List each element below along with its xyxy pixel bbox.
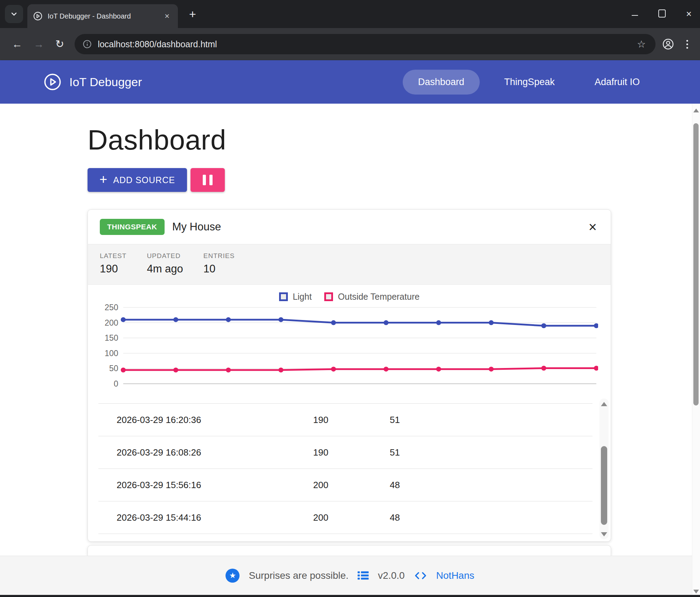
table-scrollbar-thumb[interactable] — [601, 446, 607, 525]
browser-tab-strip: IoT Debugger - Dashboard × + × — [0, 0, 700, 28]
plus-icon: + — [99, 172, 108, 187]
scroll-up-icon[interactable] — [601, 402, 607, 406]
table-row-partial — [98, 396, 592, 404]
table-scrollbar[interactable] — [599, 398, 609, 539]
cell-timestamp: 2026-03-29 15:56:16 — [98, 480, 286, 491]
svg-text:250: 250 — [105, 304, 118, 312]
legend-item-light[interactable]: Light — [279, 292, 312, 302]
source-title: My House — [172, 221, 221, 233]
nav-links: Dashboard ThingSpeak Adafruit IO — [403, 70, 655, 95]
tab-search-button[interactable] — [5, 5, 23, 23]
forward-button[interactable]: → — [28, 39, 50, 49]
svg-text:100: 100 — [105, 349, 118, 358]
stats-row: LATEST 190 UPDATED 4m ago ENTRIES 10 — [88, 244, 611, 285]
stat-label: UPDATED — [147, 252, 183, 260]
site-info-icon[interactable] — [82, 39, 92, 49]
svg-text:150: 150 — [105, 333, 118, 342]
author-link[interactable]: NotHans — [436, 570, 474, 581]
code-icon[interactable] — [414, 571, 427, 581]
action-buttons: + ADD SOURCE — [88, 168, 700, 192]
footer-version: v2.0.0 — [378, 570, 404, 581]
bookmark-star-icon[interactable]: ☆ — [635, 39, 648, 50]
stat-value: 4m ago — [147, 263, 183, 275]
cell-temperature: 48 — [355, 512, 435, 523]
cell-temperature: 51 — [355, 447, 435, 458]
app-navbar: IoT Debugger Dashboard ThingSpeak Adafru… — [0, 60, 700, 104]
svg-text:200: 200 — [105, 318, 118, 327]
cell-light: 190 — [286, 415, 355, 425]
page-title: Dashboard — [88, 124, 700, 156]
browser-tab[interactable]: IoT Debugger - Dashboard × — [27, 4, 178, 28]
card-close-icon[interactable]: × — [587, 220, 599, 234]
svg-text:50: 50 — [109, 364, 118, 373]
table-row: 2026-03-29 15:56:16 200 48 — [98, 469, 592, 501]
brand[interactable]: IoT Debugger — [43, 73, 142, 91]
pause-button[interactable] — [190, 168, 225, 192]
chart-block: Light Outside Temperature 05010015020025… — [88, 285, 611, 396]
scroll-down-icon[interactable] — [601, 532, 607, 536]
card-header: THINGSPEAK My House × — [88, 210, 611, 244]
maximize-icon — [658, 9, 666, 18]
page-viewport: Dashboard + ADD SOURCE THINGSPEAK My Hou… — [0, 104, 700, 597]
cell-temperature: 51 — [355, 415, 435, 425]
stat-latest: LATEST 190 — [100, 252, 126, 275]
window-minimize-button[interactable] — [632, 11, 638, 17]
footer-tagline: Surprises are possible. — [249, 570, 348, 581]
stat-value: 190 — [100, 263, 126, 275]
reload-button[interactable]: ↻ — [50, 39, 70, 49]
legend-swatch-icon — [324, 292, 333, 301]
back-button[interactable]: ← — [6, 39, 28, 49]
browser-toolbar: ← → ↻ localhost:8080/dashboard.html ☆ — [0, 28, 700, 60]
url-bar[interactable]: localhost:8080/dashboard.html ☆ — [75, 34, 656, 54]
stat-value: 10 — [203, 263, 235, 275]
new-tab-button[interactable]: + — [186, 8, 200, 20]
cell-light: 200 — [286, 480, 355, 491]
table-row: 2026-03-29 16:08:26 190 51 — [98, 436, 592, 469]
play-circle-logo-icon — [43, 73, 62, 91]
nav-item-dashboard[interactable]: Dashboard — [403, 70, 480, 95]
page-scrollbar[interactable] — [692, 104, 700, 597]
source-type-badge: THINGSPEAK — [100, 219, 165, 235]
star-badge-icon: ★ — [226, 569, 240, 583]
minimize-icon — [632, 15, 638, 16]
scroll-down-icon[interactable] — [693, 590, 699, 593]
window-frame-edge — [0, 595, 700, 597]
nav-item-adafruit-io[interactable]: Adafruit IO — [579, 70, 655, 95]
url-text[interactable]: localhost:8080/dashboard.html — [98, 39, 635, 49]
footer: ★ Surprises are possible. v2.0.0 NotHans — [0, 556, 700, 595]
cell-temperature: 48 — [355, 480, 435, 491]
scroll-up-icon[interactable] — [693, 109, 699, 112]
add-source-label: ADD SOURCE — [113, 175, 175, 185]
stat-label: LATEST — [100, 252, 126, 260]
cell-light: 200 — [286, 512, 355, 523]
cell-timestamp: 2026-03-29 16:08:26 — [98, 447, 286, 458]
cell-timestamp: 2026-03-29 16:20:36 — [98, 415, 286, 425]
nav-item-thingspeak[interactable]: ThingSpeak — [489, 70, 570, 95]
browser-menu-icon[interactable] — [684, 38, 690, 51]
profile-icon[interactable] — [662, 38, 674, 50]
entries-table: 2026-03-29 16:20:36 190 51 2026-03-29 16… — [98, 396, 592, 534]
legend-label: Light — [293, 292, 312, 302]
table-row: 2026-03-29 15:44:16 200 48 — [98, 501, 592, 534]
page-scrollbar-thumb[interactable] — [693, 123, 699, 405]
legend-label: Outside Temperature — [338, 292, 420, 302]
window-close-button[interactable]: × — [686, 9, 692, 19]
chart-legend: Light Outside Temperature — [101, 292, 598, 302]
table-row: 2026-03-29 16:20:36 190 51 — [98, 404, 592, 436]
entries-table-scroll-area[interactable]: 2026-03-29 16:20:36 190 51 2026-03-29 16… — [98, 396, 609, 541]
stat-updated: UPDATED 4m ago — [147, 252, 183, 275]
tab-title: IoT Debugger - Dashboard — [48, 12, 162, 20]
brand-title: IoT Debugger — [69, 75, 142, 89]
next-source-card-partial — [88, 545, 611, 556]
legend-item-outside-temperature[interactable]: Outside Temperature — [324, 292, 420, 302]
cell-timestamp: 2026-03-29 15:44:16 — [98, 512, 286, 523]
cell-light: 190 — [286, 447, 355, 458]
window-maximize-button[interactable] — [658, 9, 666, 19]
legend-swatch-icon — [279, 292, 288, 301]
add-source-button[interactable]: + ADD SOURCE — [88, 168, 187, 192]
line-chart: 050100150200250 — [101, 304, 598, 394]
stat-label: ENTRIES — [203, 252, 235, 260]
tab-close-icon[interactable]: × — [162, 11, 172, 22]
changelog-list-icon[interactable] — [358, 571, 369, 580]
stat-entries: ENTRIES 10 — [203, 252, 235, 275]
